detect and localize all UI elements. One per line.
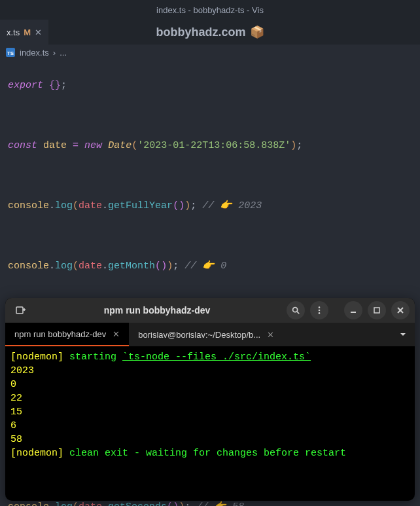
var-date: date <box>79 261 102 272</box>
paren-close: ) <box>161 261 167 272</box>
window-title-bar: index.ts - bobbyhadz-ts - Vis <box>0 0 420 20</box>
paren-close: ) <box>184 200 190 211</box>
output-line: 6 <box>10 419 410 433</box>
svg-rect-2 <box>16 307 23 314</box>
obj-console: console <box>8 501 49 506</box>
terminal-window: npm run bobbyhadz-dev npm run bobbyhadz-… <box>5 298 415 501</box>
comment: // 👉️ 58 <box>196 501 244 506</box>
terminal-output[interactable]: [nodemon] starting `ts-node --files ./sr… <box>5 346 415 464</box>
watermark-text: bobbyhadz.com <box>156 26 245 39</box>
menu-icon[interactable] <box>310 301 328 319</box>
breadcrumb-file[interactable]: index.ts <box>20 48 49 58</box>
paren-open: ( <box>73 200 79 211</box>
watermark: bobbyhadz.com 📦 <box>156 25 264 39</box>
close-button[interactable] <box>391 301 410 319</box>
file-tab-modified-marker: M <box>24 27 31 37</box>
output-line: 2023 <box>10 364 410 378</box>
blank-line <box>8 168 412 183</box>
close-icon[interactable]: ✕ <box>267 330 274 340</box>
output-line: 22 <box>10 391 410 405</box>
operator-eq: = <box>73 140 79 151</box>
obj-console: console <box>8 261 49 272</box>
paren-open: ( <box>73 501 79 506</box>
fn-log: log <box>55 261 73 272</box>
obj-console: console <box>8 200 49 211</box>
terminal-tab-bar: npm run bobbyhadz-dev ✕ borislav@borisla… <box>5 323 415 346</box>
close-icon[interactable]: ✕ <box>113 329 120 339</box>
breadcrumb-tail[interactable]: ... <box>60 48 67 58</box>
terminal-tab-active[interactable]: npm run bobbyhadz-dev ✕ <box>5 323 129 346</box>
paren-close: ) <box>167 261 173 272</box>
svg-rect-11 <box>374 308 379 313</box>
svg-point-7 <box>319 306 321 308</box>
fn-method: getSeconds <box>108 501 167 506</box>
terminal-header: npm run bobbyhadz-dev <box>5 298 415 323</box>
maximize-button[interactable] <box>368 301 386 319</box>
svg-point-8 <box>319 310 321 312</box>
breadcrumb: TS index.ts › ... <box>0 45 420 60</box>
fn-log: log <box>55 501 73 506</box>
fn-log: log <box>55 200 73 211</box>
svg-text:TS: TS <box>7 50 14 56</box>
paren-open: ( <box>131 140 137 151</box>
semicolon: ; <box>173 261 179 272</box>
terminal-tab-label: npm run bobbyhadz-dev <box>14 329 106 339</box>
code-line: export {}; <box>8 78 412 93</box>
terminal-tab-inactive[interactable]: borislav@borislav:~/Desktop/b... ✕ <box>129 323 283 346</box>
semicolon: ; <box>61 80 67 91</box>
code-line: const date = new Date('2023-01-22T13:06:… <box>8 138 412 153</box>
close-icon[interactable]: ✕ <box>35 27 42 37</box>
fn-method: getMonth <box>108 261 155 272</box>
window-title: index.ts - bobbyhadz-ts - Vis <box>156 5 264 15</box>
tab-dropdown-icon[interactable] <box>391 323 415 346</box>
typescript-icon: TS <box>5 47 16 58</box>
dot: . <box>49 200 55 211</box>
paren-close: ) <box>173 501 179 506</box>
terminal-tab-label: borislav@borislav:~/Desktop/b... <box>138 330 260 340</box>
code-line: console.log(date.getFullYear()); // 👉️ 2… <box>8 198 412 213</box>
minimize-button[interactable] <box>344 301 362 319</box>
braces: {} <box>43 80 61 91</box>
output-command: `ts-node --files ./src/index.ts` <box>122 352 311 363</box>
file-tab-name: x.ts <box>7 27 20 37</box>
string-date: '2023-01-22T13:06:58.838Z' <box>137 140 290 151</box>
comment: // 👉️ 0 <box>184 261 226 272</box>
paren-open: ( <box>155 261 161 272</box>
output-line: 15 <box>10 405 410 419</box>
semicolon: ; <box>190 200 196 211</box>
paren-open: ( <box>73 261 79 272</box>
dot: . <box>102 261 108 272</box>
keyword-new: new <box>84 140 102 151</box>
output-line: 58 <box>10 433 410 446</box>
code-line: console.log(date.getMonth()); // 👉️ 0 <box>8 259 412 274</box>
output-text: starting <box>63 352 122 363</box>
semicolon: ; <box>184 501 190 506</box>
package-icon: 📦 <box>250 25 264 39</box>
paren-close: ) <box>290 140 296 151</box>
svg-point-9 <box>319 312 321 314</box>
paren-open: ( <box>167 501 173 506</box>
search-icon[interactable] <box>287 301 305 319</box>
var-date: date <box>79 501 102 506</box>
keyword-export: export <box>8 80 43 91</box>
dot: . <box>102 200 108 211</box>
nodemon-tag: [nodemon] <box>10 352 63 363</box>
dot: . <box>49 501 55 506</box>
fn-method: getFullYear <box>108 200 173 211</box>
output-text: clean exit - waiting for changes before … <box>63 448 346 459</box>
file-tab-index-ts[interactable]: x.ts M ✕ <box>0 20 48 45</box>
var-date: date <box>79 200 102 211</box>
new-tab-button[interactable] <box>10 300 30 320</box>
keyword-const: const <box>8 140 37 151</box>
semicolon: ; <box>296 140 302 151</box>
output-line: 0 <box>10 378 410 391</box>
dot: . <box>49 261 55 272</box>
blank-line <box>8 108 412 123</box>
nodemon-tag: [nodemon] <box>10 448 63 459</box>
terminal-title: npm run bobbyhadz-dev <box>33 305 281 316</box>
editor-tab-bar: x.ts M ✕ bobbyhadz.com 📦 <box>0 20 420 45</box>
var-date: date <box>43 140 67 151</box>
output-line: [nodemon] clean exit - waiting for chang… <box>10 446 410 460</box>
output-line: [nodemon] starting `ts-node --files ./sr… <box>10 350 410 364</box>
class-date: Date <box>108 140 131 151</box>
